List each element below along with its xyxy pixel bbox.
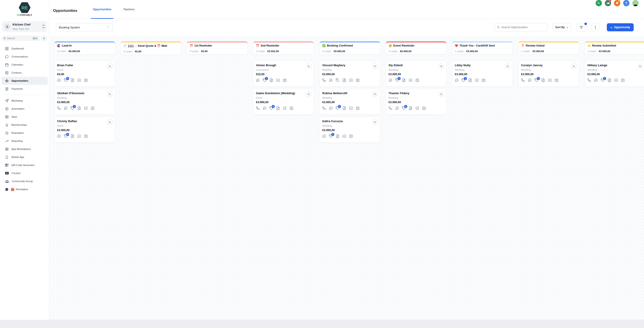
calendar-action[interactable]: [84, 134, 88, 138]
sidebar-item-marketing[interactable]: Marketing: [1, 97, 48, 105]
phone-action[interactable]: [322, 106, 326, 110]
check-action[interactable]: [349, 106, 353, 110]
doc-action[interactable]: [276, 106, 280, 110]
tag-action[interactable]: 1: [263, 78, 266, 82]
opportunity-search[interactable]: [494, 23, 548, 31]
sidebar-item-rechatbox[interactable]: Rechatbox: [1, 185, 48, 193]
sidebar-item-contact[interactable]: Contact: [1, 169, 48, 177]
more-options-button[interactable]: [592, 23, 599, 31]
assign-owner-button[interactable]: [637, 63, 643, 69]
filter-button[interactable]: [576, 23, 586, 31]
opportunity-card[interactable]: Sly EbbettWedding€3.000,001: [386, 61, 446, 87]
doc-action[interactable]: [468, 78, 472, 82]
announcements-button[interactable]: [605, 0, 611, 6]
sidebar-item-reputation[interactable]: Reputation: [1, 129, 48, 137]
calendar-action[interactable]: [555, 78, 558, 82]
check-action[interactable]: [276, 78, 280, 82]
sidebar-search[interactable]: ⌘ K: [2, 35, 40, 41]
chat-action[interactable]: [263, 106, 266, 110]
chat-action[interactable]: [329, 78, 333, 82]
assign-owner-button[interactable]: [438, 63, 444, 69]
chat-action[interactable]: [329, 106, 333, 110]
doc-action[interactable]: [336, 134, 340, 138]
assign-owner-button[interactable]: [306, 63, 312, 69]
check-action[interactable]: [283, 106, 286, 110]
calendar-action[interactable]: [349, 134, 353, 138]
opportunity-card[interactable]: Libby NultyWedding€3.000,001: [452, 61, 513, 87]
check-action[interactable]: [77, 134, 81, 138]
phone-action[interactable]: [57, 106, 61, 110]
doc-action[interactable]: [409, 106, 412, 110]
sidebar-item-qr-code-generator[interactable]: QR-Code Generator: [1, 161, 48, 169]
sidebar-search-input[interactable]: [7, 37, 27, 40]
sidebar-item-memberships[interactable]: Memberships: [1, 121, 48, 129]
calendar-action[interactable]: [422, 106, 426, 110]
check-action[interactable]: [349, 78, 353, 82]
tag-action[interactable]: 1: [329, 134, 333, 138]
assign-owner-button[interactable]: [505, 63, 510, 69]
chat-action[interactable]: [528, 78, 532, 82]
check-action[interactable]: [409, 78, 412, 82]
calendar-action[interactable]: [290, 106, 293, 110]
phone-action[interactable]: [521, 78, 525, 82]
calendar-action[interactable]: [482, 78, 486, 82]
assign-owner-button[interactable]: [107, 91, 113, 97]
phone-action[interactable]: [256, 106, 260, 110]
check-action[interactable]: [614, 78, 618, 82]
check-action[interactable]: [77, 78, 81, 82]
tag-action[interactable]: 1: [462, 78, 465, 82]
check-action[interactable]: [342, 134, 346, 138]
opportunity-card[interactable]: Coralyn JanceyWedding€3.000,001: [518, 61, 579, 87]
doc-action[interactable]: [270, 78, 273, 82]
assign-owner-button[interactable]: [372, 63, 378, 69]
quick-actions-button[interactable]: [41, 35, 47, 41]
assign-owner-button[interactable]: [372, 119, 378, 125]
assign-owner-button[interactable]: [372, 91, 378, 97]
add-opportunity-button[interactable]: + Opportunity: [607, 23, 634, 31]
tag-action[interactable]: 1: [395, 78, 399, 82]
sort-by-button[interactable]: Sort By: [553, 23, 572, 31]
check-action[interactable]: [548, 78, 552, 82]
doc-action[interactable]: [70, 134, 74, 138]
tag-action[interactable]: 4: [64, 134, 68, 138]
phone-button[interactable]: [596, 0, 602, 6]
doc-action[interactable]: [342, 106, 346, 110]
assign-owner-button[interactable]: [306, 91, 312, 97]
sidebar-item-calendars[interactable]: Calendars: [1, 61, 48, 69]
calendar-action[interactable]: [91, 106, 94, 110]
opportunity-card[interactable]: Obidiah O'DunniomWedding€3.000,001: [54, 89, 115, 115]
check-action[interactable]: [416, 106, 419, 110]
tag-action[interactable]: 3: [64, 78, 68, 82]
sidebar-item-community-group[interactable]: Community Group: [1, 177, 48, 185]
opportunity-card[interactable]: Indira CucuzzaWedding€3.000,001: [319, 117, 380, 143]
chat-action[interactable]: [594, 78, 598, 82]
calendar-action[interactable]: [621, 78, 625, 82]
opportunity-card[interactable]: Vincent MayberyWedding€3.000,00: [319, 61, 380, 87]
tag-action[interactable]: [336, 78, 340, 82]
doc-action[interactable]: [342, 78, 346, 82]
assign-owner-button[interactable]: [107, 119, 113, 125]
user-avatar[interactable]: [632, 0, 639, 6]
doc-action[interactable]: [77, 106, 81, 110]
sidebar-item-sites[interactable]: Sites: [1, 113, 48, 121]
chat-action[interactable]: [256, 78, 260, 82]
assign-owner-button[interactable]: [438, 91, 444, 97]
doc-action[interactable]: [541, 78, 545, 82]
opportunity-card[interactable]: Robina NethercliftWedding€3.000,001: [319, 89, 380, 115]
assign-owner-button[interactable]: [107, 63, 113, 69]
sidebar-item-conversations[interactable]: Conversations: [1, 52, 48, 61]
sidebar-item-automation[interactable]: Automation: [1, 105, 48, 113]
sidebar-item-opportunities[interactable]: Opportunities: [1, 77, 48, 85]
chat-action[interactable]: [57, 134, 61, 138]
tab-opportunities[interactable]: Opportunities: [91, 0, 114, 19]
calendar-action[interactable]: [283, 78, 286, 82]
opportunity-card[interactable]: Hilliary LaingeWedding€3.000,001: [584, 61, 644, 87]
help-button[interactable]: ?: [623, 0, 630, 6]
tag-action[interactable]: 1: [70, 106, 74, 110]
phone-action[interactable]: [322, 78, 326, 82]
calendar-action[interactable]: [84, 78, 88, 82]
opportunity-card[interactable]: Brian FullerEvent€0,003: [54, 61, 115, 87]
opportunity-card[interactable]: Gabie Duinbleton (Wedding)Event€3.900,00…: [253, 89, 314, 115]
location-switcher[interactable]: Kitchen Chef New York, NY: [2, 21, 47, 32]
tag-action[interactable]: 2: [270, 106, 273, 110]
